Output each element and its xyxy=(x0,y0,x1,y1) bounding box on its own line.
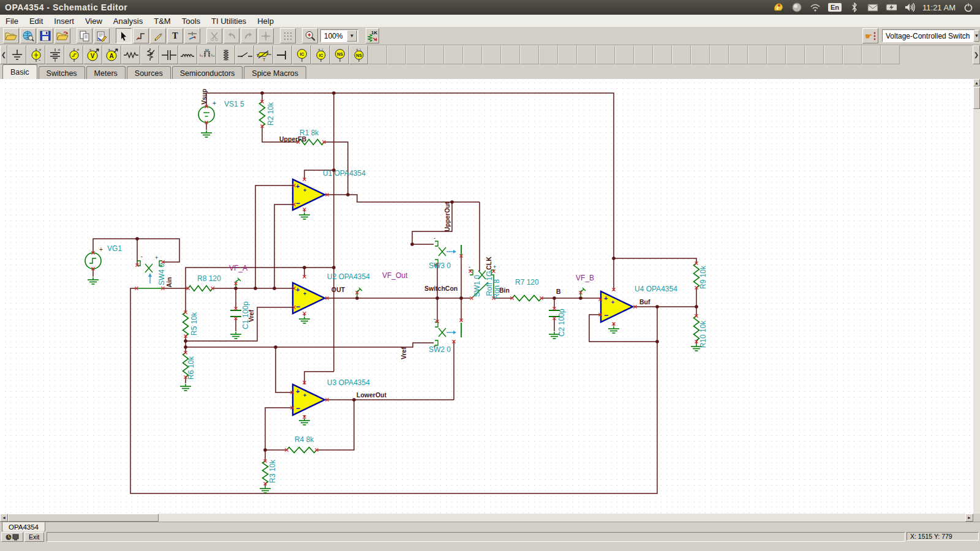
component-label-sw3-0[interactable]: SW3 0 xyxy=(429,262,451,269)
probe-label-vf-out[interactable]: VF_Out xyxy=(382,272,407,279)
open-icon[interactable] xyxy=(3,28,19,43)
default-component-icon[interactable]: 1K xyxy=(366,28,379,43)
grid-icon[interactable] xyxy=(280,28,296,43)
volume-icon[interactable] xyxy=(904,2,915,12)
interactive-mode-icon[interactable]: ☛ xyxy=(862,28,878,43)
component-label-u1-opa4354[interactable]: U1 OPA4354 xyxy=(323,170,366,177)
scroll-right-icon[interactable]: ❯ xyxy=(973,45,980,64)
component-capacitor[interactable] xyxy=(159,45,178,64)
cut-icon[interactable] xyxy=(206,28,222,43)
component-label-r4-8k[interactable]: R4 8k xyxy=(295,436,314,443)
net-label-vref[interactable]: Vref xyxy=(248,310,255,322)
save-icon[interactable] xyxy=(37,28,53,43)
component-ic-plus[interactable]: +⊥IC xyxy=(311,45,330,64)
scrollbar-right-arrow[interactable]: ► xyxy=(965,514,973,522)
component-battery[interactable]: + xyxy=(45,45,64,64)
component-label-u3-opa4354[interactable]: U3 OPA4354 xyxy=(327,379,370,386)
keyboard-layout-indicator[interactable]: En xyxy=(828,3,842,12)
component-ground[interactable] xyxy=(7,45,26,64)
menu-edit[interactable]: Edit xyxy=(24,15,48,27)
menu-insert[interactable]: Insert xyxy=(48,15,80,27)
vertical-scrollbar-thumb[interactable] xyxy=(973,87,980,109)
bluetooth-icon[interactable] xyxy=(849,2,860,12)
probe-label-vf-b[interactable]: VF_B xyxy=(576,274,594,282)
component-label-u2-opa4354[interactable]: U2 OPA4354 xyxy=(327,273,370,280)
component-ammeter[interactable]: A+ xyxy=(102,45,121,64)
menu-ti-utilities[interactable]: TI Utilities xyxy=(206,15,252,27)
component-ns-macro-plus[interactable]: +⊥NS xyxy=(349,45,368,64)
interactive-mode-dropdown-arrow[interactable]: ▼ xyxy=(973,30,979,42)
zoom-level-combo[interactable]: 100% ▼ xyxy=(320,29,358,42)
tab-switches[interactable]: Switches xyxy=(39,66,85,79)
tab-sources[interactable]: Sources xyxy=(127,66,171,79)
component-label-r6-10k[interactable]: R6 10k xyxy=(187,356,195,380)
battery-icon[interactable] xyxy=(886,2,897,12)
component-ns-macro[interactable]: NS xyxy=(330,45,349,64)
schematic-canvas[interactable]: ++−++−++−++−++-+-+-+-+ VsupVS1 5R2 10kUp… xyxy=(0,79,973,514)
export-icon[interactable] xyxy=(55,28,70,43)
net-label-ain[interactable]: Ain xyxy=(166,277,173,288)
menu-tools[interactable]: Tools xyxy=(176,15,206,27)
horizontal-scrollbar[interactable]: ◄ ► xyxy=(0,514,973,522)
net-label-out[interactable]: OUT xyxy=(331,287,345,293)
component-jumper[interactable] xyxy=(273,45,292,64)
component-potentiometer[interactable] xyxy=(140,45,159,64)
component-label-sw4-0[interactable]: SW4 0 xyxy=(158,263,165,285)
menu-view[interactable]: View xyxy=(80,15,108,27)
component-coupled-inductors[interactable]: ML₁L₂ xyxy=(197,45,216,64)
net-label-vsup[interactable]: Vsup xyxy=(201,89,208,105)
component-label-vs1-5[interactable]: VS1 5 xyxy=(224,100,244,108)
net-label-b[interactable]: B xyxy=(556,288,561,295)
component-label-r5-10k[interactable]: R5 10k xyxy=(190,312,198,335)
component-label-r9-10k[interactable]: R9 10k xyxy=(699,266,707,289)
move-icon[interactable] xyxy=(258,28,274,43)
component-label-r2-10k[interactable]: R2 10k xyxy=(267,102,274,126)
net-label-vref[interactable]: Vref xyxy=(401,347,407,359)
component-label-c2-100p[interactable]: C2 100p xyxy=(558,309,565,336)
component-transformer[interactable] xyxy=(216,45,235,64)
paste-icon[interactable] xyxy=(94,28,110,43)
component-label-sw1-0[interactable]: SW1 0 xyxy=(473,275,481,297)
app-yellow-icon[interactable] xyxy=(773,2,784,12)
menu-file[interactable]: File xyxy=(0,15,24,27)
menu-help[interactable]: Help xyxy=(252,15,279,27)
mail-icon[interactable] xyxy=(867,2,878,12)
net-label-lowerout[interactable]: LowerOut xyxy=(356,392,386,399)
exit-button[interactable]: Exit xyxy=(24,532,44,542)
text-icon[interactable]: T xyxy=(167,28,183,43)
vertical-scrollbar[interactable]: ▲ ▼ xyxy=(973,79,980,522)
menu-t-m[interactable]: T&M xyxy=(148,15,176,27)
component-switch[interactable] xyxy=(235,45,254,64)
net-label-bin[interactable]: Bin xyxy=(499,287,510,294)
tab-meters[interactable]: Meters xyxy=(86,66,126,79)
interactive-run-icon[interactable] xyxy=(1,532,23,542)
net-label-switchcon[interactable]: SwitchCon xyxy=(424,285,458,292)
component-label-r10-10k[interactable]: R10 10k xyxy=(699,321,707,348)
component-resistor[interactable] xyxy=(121,45,140,64)
power-icon[interactable] xyxy=(963,2,974,12)
sphere-icon[interactable] xyxy=(791,2,802,12)
interactive-mode-combo[interactable]: Voltage-Controlled Switch ▼ xyxy=(882,29,975,42)
net-label-clk[interactable]: CLK xyxy=(486,257,492,270)
copy-icon[interactable] xyxy=(77,28,92,43)
cursor-icon[interactable] xyxy=(116,28,132,43)
component-inductor[interactable] xyxy=(178,45,197,64)
component-voltage-source[interactable]: +- xyxy=(26,45,45,64)
component-label-r8-120[interactable]: R8 120 xyxy=(197,275,221,282)
component-label-sw2-0[interactable]: SW2 0 xyxy=(429,346,451,353)
pencil-icon[interactable] xyxy=(150,28,166,43)
net-label-buf[interactable]: Buf xyxy=(639,299,650,305)
wire-icon[interactable] xyxy=(133,28,149,43)
tab-semiconductors[interactable]: Semiconductors xyxy=(172,66,243,79)
component-label-vg1[interactable]: VG1 xyxy=(107,245,122,252)
component-label-r7-120[interactable]: R7 120 xyxy=(515,279,539,286)
tab-basic[interactable]: Basic xyxy=(2,64,37,79)
component-ic[interactable]: IC xyxy=(292,45,311,64)
scroll-left-icon[interactable]: ❮ xyxy=(0,45,7,64)
component-label-r1-8k[interactable]: R1 8k xyxy=(300,129,318,137)
component-label-r3-10k[interactable]: R3 10k xyxy=(269,460,276,483)
sheet-tab-opa4354[interactable]: OPA4354 xyxy=(2,522,45,532)
scrollbar-left-arrow[interactable]: ◄ xyxy=(0,514,8,522)
clock[interactable]: 11:21 AM xyxy=(922,3,956,12)
zoom-dropdown-arrow[interactable]: ▼ xyxy=(347,30,357,42)
